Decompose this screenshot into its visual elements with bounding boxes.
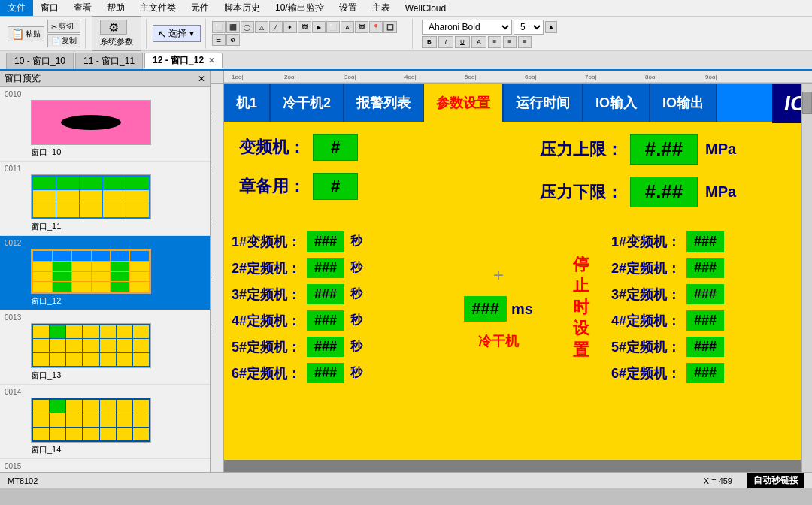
canvas-area: 1oo| 2oo| 3oo| 4oo| 5oo| 6oo| 7oo| 8oo| … [211, 71, 812, 472]
hmi-right-val-6[interactable]: ### [686, 363, 724, 383]
hmi-right-val-3[interactable]: ### [686, 284, 724, 304]
menu-file[interactable]: 文件 [0, 0, 33, 16]
draw-tool-2[interactable]: ⬛ [226, 21, 240, 33]
draw-tool-13[interactable]: 🔲 [383, 21, 397, 33]
draw-tool-5[interactable]: ╱ [269, 21, 283, 33]
align-right-button[interactable]: ≡ [518, 36, 532, 48]
tab-12-close[interactable]: ✕ [208, 56, 214, 65]
hmi-pressure-upper-value[interactable]: #.## [630, 134, 698, 165]
menu-help[interactable]: 帮助 [99, 0, 132, 16]
font-size-up-button[interactable]: ▲ [545, 21, 557, 33]
hmi-tab-runtime[interactable]: 运行时间 [504, 84, 583, 122]
hmi-row-spare: 章备用： # [239, 173, 510, 200]
toolbar-top: 📋 粘贴 ✂ 剪切 📄 复制 ⚙ 系统参数 ↖ 选择 ▼ [0, 17, 812, 51]
hmi-tab-dryer2[interactable]: 冷干机2 [271, 84, 344, 122]
svg-text:3oo|: 3oo| [344, 74, 356, 80]
window-item-0012[interactable]: 0012 窗口_12 [0, 236, 210, 310]
hmi-tab-alarm[interactable]: 报警列表 [344, 84, 424, 122]
hmi-lower-row-2: 2#定频机： ### 秒 [232, 258, 438, 278]
window-item-0014[interactable]: 0014 窗口_14 [0, 385, 210, 459]
hmi-row-vfd: 变频机： # [239, 134, 510, 161]
draw-tool-12[interactable]: 📍 [369, 21, 383, 33]
select-tool-button[interactable]: ↖ 选择 ▼ [153, 25, 201, 42]
panel-close-button[interactable]: ✕ [198, 74, 205, 84]
draw-tool-11[interactable]: 🖼 [355, 21, 368, 33]
hmi-ms-value[interactable]: ### [464, 296, 507, 322]
svg-text:5oo|: 5oo| [465, 74, 476, 80]
menu-io-monitor[interactable]: 10/输出监控 [268, 0, 332, 16]
tab-10[interactable]: 10 - 窗口_10 [6, 53, 74, 69]
hmi-right-val-1[interactable]: ### [686, 231, 724, 252]
draw-tool-8[interactable]: ▶ [312, 21, 326, 33]
canvas-content[interactable]: 机1 冷干机2 报警列表 参数设置 运行时间 IO输入 IO输出 变频机： [224, 84, 801, 472]
tab-12[interactable]: 12 - 窗口_12 ✕ [144, 53, 223, 69]
window-item-0013[interactable]: 0013 窗口_13 [0, 310, 210, 385]
hmi-lower-val-1[interactable]: ### [307, 231, 344, 252]
hmi-lower-val-3[interactable]: ### [307, 284, 344, 304]
hmi-spare-value[interactable]: # [313, 173, 358, 200]
hmi-lower-row-6: 6#定频机： ### 秒 [232, 363, 438, 383]
menu-wellcloud[interactable]: WellCloud [398, 0, 453, 16]
draw-tool-1[interactable]: ⬜ [212, 21, 226, 33]
window-preview-0013 [31, 323, 151, 368]
hmi-right-val-2[interactable]: ### [686, 258, 724, 278]
draw-tool-15[interactable]: ⚙ [226, 34, 240, 46]
font-color-button[interactable]: A [471, 36, 486, 48]
hmi-right-row-3: 3#定频机： ### [611, 284, 801, 304]
window-item-0011[interactable]: 0011 窗口_11 [0, 162, 210, 236]
paste-button[interactable]: 📋 粘贴 [8, 26, 44, 41]
hmi-lower-val-2[interactable]: ### [307, 258, 344, 278]
hmi-pressure-lower-value[interactable]: #.## [630, 177, 698, 207]
hmi-right-val-4[interactable]: ### [686, 310, 724, 331]
hmi-pressure-upper-label: 压力上限： [540, 138, 623, 161]
align-left-button[interactable]: ≡ [488, 36, 501, 48]
system-params-button[interactable]: ⚙ 系统参数 [92, 16, 141, 51]
hmi-right-row-1: 1#变频机： ### [611, 231, 801, 252]
tab-bar: 10 - 窗口_10 11 - 窗口_11 12 - 窗口_12 ✕ [0, 51, 812, 71]
draw-tool-10[interactable]: A [341, 21, 354, 33]
hmi-right-val-5[interactable]: ### [686, 337, 724, 357]
crosshair-icon: + [493, 265, 504, 286]
menu-bar: 文件 窗口 查看 帮助 主文件类 元件 脚本历史 10/输出监控 设置 主表 W… [0, 0, 812, 17]
vertical-scrollbar[interactable] [801, 84, 812, 472]
menu-script-history[interactable]: 脚本历史 [217, 0, 268, 16]
hmi-tab-machine1[interactable]: 机1 [224, 84, 271, 122]
hmi-lower-val-5[interactable]: ### [307, 337, 344, 357]
menu-settings[interactable]: 设置 [332, 0, 365, 16]
draw-tool-7[interactable]: 🖼 [298, 21, 311, 33]
font-name-select[interactable]: Aharoni Bold [422, 20, 512, 35]
svg-text:4oo|: 4oo| [404, 74, 416, 80]
hmi-tab-io-out[interactable]: IO输出 [650, 84, 717, 122]
hmi-tab-params[interactable]: 参数设置 [424, 84, 504, 122]
window-item-0010[interactable]: 0010 窗口_10 [0, 87, 210, 162]
svg-text:500: 500 [211, 323, 212, 332]
window-item-0015[interactable]: 0015 窗口_15 [0, 459, 210, 470]
copy-button[interactable]: 📄 复制 [47, 34, 80, 47]
menu-window[interactable]: 窗口 [33, 0, 66, 16]
font-bold-button[interactable]: B [422, 36, 437, 48]
tab-11[interactable]: 11 - 窗口_11 [75, 53, 143, 69]
align-center-button[interactable]: ≡ [503, 36, 517, 48]
draw-tool-4[interactable]: △ [255, 21, 268, 33]
cut-button[interactable]: ✂ 剪切 [47, 20, 80, 33]
font-underline-button[interactable]: U [455, 36, 470, 48]
hmi-right-row-4: 4#定频机： ### [611, 310, 801, 331]
font-italic-button[interactable]: I [438, 36, 453, 48]
auto-link-badge: 自动秒链接 [747, 473, 804, 488]
menu-main-table[interactable]: 主表 [365, 0, 398, 16]
hmi-lower-val-6[interactable]: ### [307, 363, 344, 383]
draw-tool-6[interactable]: ✦ [283, 21, 297, 33]
menu-main-file[interactable]: 主文件类 [132, 0, 183, 16]
draw-tool-9[interactable]: ⬜ [326, 21, 340, 33]
hmi-tab-io-in[interactable]: IO输入 [583, 84, 650, 122]
hmi-lower-val-4[interactable]: ### [307, 310, 344, 331]
menu-element[interactable]: 元件 [183, 0, 217, 16]
hmi-vfd-value[interactable]: # [313, 134, 358, 161]
svg-text:300: 300 [211, 218, 212, 227]
font-size-select[interactable]: 5 [514, 20, 544, 35]
status-bar: MT8102 X = 459 自动秒链接 [0, 472, 812, 488]
draw-tool-14[interactable]: ☰ [212, 34, 226, 46]
menu-view[interactable]: 查看 [66, 0, 99, 16]
draw-tool-3[interactable]: ◯ [241, 21, 254, 33]
scrollbar-thumb[interactable] [802, 92, 812, 114]
